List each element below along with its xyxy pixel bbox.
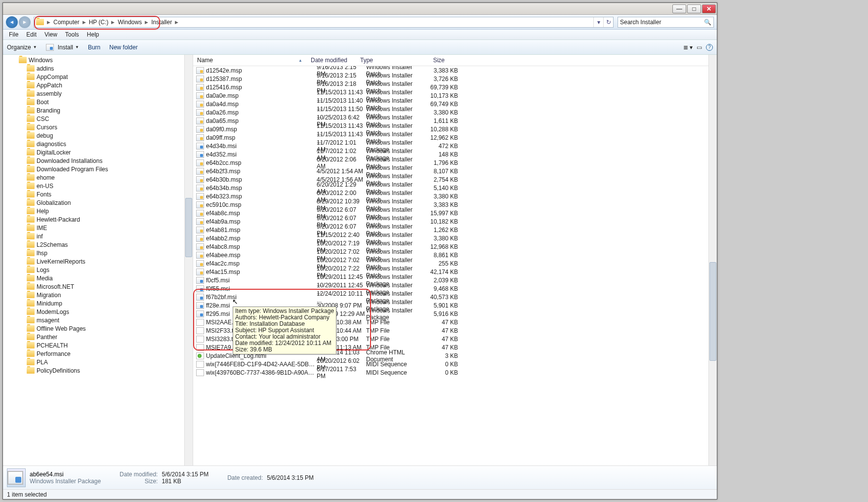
close-button[interactable]: ✕ xyxy=(702,4,716,13)
tree-item[interactable]: Media xyxy=(3,274,193,282)
file-row[interactable]: da0a26.msp11/15/2013 11:50 ...Windows In… xyxy=(193,108,717,116)
col-size[interactable]: Size xyxy=(419,55,449,66)
preview-pane-button[interactable]: ▭ xyxy=(697,44,702,51)
chevron-right-icon[interactable]: ▶ xyxy=(82,20,87,25)
tree-item[interactable]: Logs xyxy=(3,266,193,274)
tree-item[interactable]: Downloaded Installations xyxy=(3,156,193,165)
tree-item[interactable]: msagent xyxy=(3,316,193,324)
tree-item[interactable]: Downloaded Program Files xyxy=(3,165,193,173)
file-row[interactable]: ef4abb2.msp11/15/2012 2:40 PMWindows Ins… xyxy=(193,234,717,242)
forward-button[interactable]: ► xyxy=(19,16,31,28)
tree-item[interactable]: AppCompat xyxy=(3,73,193,81)
tree-item[interactable]: debug xyxy=(3,131,193,140)
scroll-thumb[interactable] xyxy=(709,262,716,361)
file-row[interactable]: e64b34b.msp6/20/2012 1:29 AMWindows Inst… xyxy=(193,184,717,192)
tree-item[interactable]: CSC xyxy=(3,115,193,123)
new-folder-button[interactable]: New folder xyxy=(109,44,137,51)
file-row[interactable]: ef4ac15.msp10/20/2012 7:22 PMWindows Ins… xyxy=(193,268,717,276)
history-dropdown[interactable]: ▾ xyxy=(593,17,603,27)
tree-item[interactable]: Boot xyxy=(3,98,193,106)
file-row[interactable]: ef4ab81.msp9/20/2012 6:07 PMWindows Inst… xyxy=(193,226,717,234)
chevron-right-icon[interactable]: ▶ xyxy=(144,20,149,25)
minimize-button[interactable]: — xyxy=(672,4,686,13)
tree-item[interactable]: Globalization xyxy=(3,198,193,207)
tree-item[interactable]: PLA xyxy=(3,358,193,366)
address-bar[interactable]: ▶ Computer ▶ HP (C:) ▶ Windows ▶ Install… xyxy=(34,17,614,28)
file-row[interactable]: ef4abc8.msp10/20/2012 7:19 PMWindows Ins… xyxy=(193,242,717,251)
tree-item[interactable]: Performance xyxy=(3,349,193,358)
chevron-right-icon[interactable]: ▶ xyxy=(110,20,116,25)
file-row[interactable]: f0cf5.msi10/29/2011 12:45 ...Windows Ins… xyxy=(193,276,717,284)
tree-item[interactable]: LiveKernelReports xyxy=(3,257,193,266)
chevron-right-icon[interactable]: ▶ xyxy=(46,20,51,25)
tree-item[interactable]: assembly xyxy=(3,89,193,98)
burn-button[interactable]: Burn xyxy=(88,44,100,51)
maximize-button[interactable]: □ xyxy=(687,4,701,13)
nav-tree[interactable]: Windows addinsAppCompatAppPatchassemblyB… xyxy=(3,55,193,465)
tree-item[interactable]: inf xyxy=(3,232,193,240)
tree-item[interactable]: Migration xyxy=(3,291,193,299)
tree-item[interactable]: Help xyxy=(3,207,193,215)
file-row[interactable]: f67b2bf.msi12/24/2012 10:11 ...Windows I… xyxy=(193,293,717,301)
col-date[interactable]: Date modified xyxy=(307,55,356,66)
file-row[interactable]: e64b323.msp6/20/2012 2:00 AMWindows Inst… xyxy=(193,192,717,200)
search-input[interactable]: Search Installer 🔍 xyxy=(618,17,714,28)
file-row[interactable]: da09f0.msp11/15/2013 11:43 ...Windows In… xyxy=(193,125,717,133)
crumb-computer[interactable]: Computer xyxy=(51,17,82,27)
crumb-windows[interactable]: Windows xyxy=(116,17,144,27)
crumb-c[interactable]: HP (C:) xyxy=(87,17,111,27)
tree-item[interactable]: Microsoft.NET xyxy=(3,282,193,291)
file-row[interactable]: e4d34b.msi11/7/2012 1:01 AMWindows Insta… xyxy=(193,142,717,150)
file-row[interactable]: da0a65.msp10/25/2013 6:42 PMWindows Inst… xyxy=(193,116,717,125)
file-row[interactable]: da0a0e.msp11/15/2013 11:43 ...Windows In… xyxy=(193,91,717,100)
tree-item[interactable]: Fonts xyxy=(3,190,193,198)
file-row[interactable]: d12542e.msp9/16/2013 2:15 PMWindows Inst… xyxy=(193,66,717,75)
tree-item[interactable]: ehome xyxy=(3,173,193,182)
tree-item[interactable]: addins xyxy=(3,64,193,73)
tree-windows[interactable]: Windows xyxy=(3,56,193,64)
refresh-button[interactable]: ↻ xyxy=(603,17,613,27)
col-type[interactable]: Type xyxy=(356,55,419,66)
chevron-right-icon[interactable]: ▶ xyxy=(174,20,179,25)
tree-item[interactable]: L2Schemas xyxy=(3,240,193,249)
list-scrollbar[interactable] xyxy=(708,55,717,465)
file-row[interactable]: f0f55.msi10/29/2011 12:45 ...Windows Ins… xyxy=(193,284,717,293)
file-row[interactable]: wix{439760BC-7737-4386-9B1D-A90A3E8A22..… xyxy=(193,368,717,377)
tree-item[interactable]: Minidump xyxy=(3,299,193,308)
view-options-button[interactable]: ≣ ▾ xyxy=(683,44,693,51)
tree-item[interactable]: PolicyDefinitions xyxy=(3,366,193,375)
tree-item[interactable]: IME xyxy=(3,224,193,232)
file-row[interactable]: ef4abee.msp10/20/2012 7:02 PMWindows Ins… xyxy=(193,251,717,259)
file-row[interactable]: ef4ab8c.msp9/20/2012 6:07 PMWindows Inst… xyxy=(193,209,717,217)
file-row[interactable]: da09ff.msp11/15/2013 11:43 ...Windows In… xyxy=(193,133,717,142)
tree-item[interactable]: Panther xyxy=(3,333,193,341)
tree-item[interactable]: diagnostics xyxy=(3,140,193,148)
file-row[interactable]: e64b2f3.msp4/5/2012 1:54 AMWindows Insta… xyxy=(193,167,717,175)
file-list[interactable]: Name▲ Date modified Type Size d12542e.ms… xyxy=(193,55,717,465)
tree-item[interactable]: en-US xyxy=(3,182,193,190)
tree-item[interactable]: AppPatch xyxy=(3,81,193,89)
help-button[interactable]: ? xyxy=(706,44,713,51)
menu-help[interactable]: Help xyxy=(83,30,103,39)
tree-item[interactable]: Hewlett-Packard xyxy=(3,215,193,224)
tree-item[interactable]: Offline Web Pages xyxy=(3,324,193,333)
tree-item[interactable]: Cursors xyxy=(3,123,193,131)
file-row[interactable]: d125416.msp9/16/2013 2:18 PMWindows Inst… xyxy=(193,83,717,91)
col-name[interactable]: Name▲ xyxy=(193,55,307,66)
menu-edit[interactable]: Edit xyxy=(22,30,41,39)
back-button[interactable]: ◄ xyxy=(6,16,18,28)
menu-view[interactable]: View xyxy=(41,30,61,39)
file-row[interactable]: e64b2cc.msp6/20/2012 2:06 AMWindows Inst… xyxy=(193,158,717,167)
tree-item[interactable]: ModemLogs xyxy=(3,308,193,316)
tree-item[interactable]: lhsp xyxy=(3,249,193,257)
tree-scrollbar[interactable] xyxy=(184,55,193,465)
tree-item[interactable]: DigitalLocker xyxy=(3,148,193,156)
file-row[interactable]: e64b30b.msp4/5/2012 1:56 AMWindows Insta… xyxy=(193,175,717,184)
file-row[interactable]: ec5910c.msp8/29/2012 10:39 PMWindows Ins… xyxy=(193,200,717,209)
menu-tools[interactable]: Tools xyxy=(61,30,83,39)
menu-file[interactable]: File xyxy=(5,30,22,39)
tree-item[interactable]: PCHEALTH xyxy=(3,341,193,349)
scroll-thumb[interactable] xyxy=(185,198,192,257)
file-row[interactable]: e4d352.msi11/7/2012 1:02 AMWindows Insta… xyxy=(193,150,717,158)
organize-button[interactable]: Organize ▼ xyxy=(7,44,37,51)
